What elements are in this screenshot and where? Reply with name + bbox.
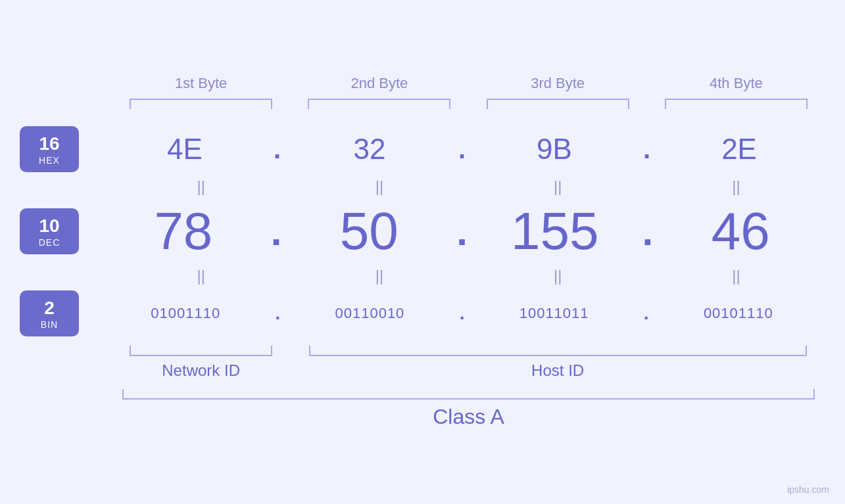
eq1-b3: || bbox=[469, 177, 647, 196]
eq2-b4: || bbox=[647, 267, 825, 285]
hex-dot3: . bbox=[640, 135, 653, 164]
eq1-b4: || bbox=[647, 177, 825, 196]
bracket-cell-4 bbox=[647, 99, 825, 109]
dec-base-num: 10 bbox=[39, 215, 59, 237]
bracket-cell-3 bbox=[469, 99, 647, 109]
eq1-b2: || bbox=[290, 177, 468, 196]
hex-dot1: . bbox=[271, 135, 283, 164]
hex-b1: 4E bbox=[99, 133, 271, 166]
hex-base-label: HEX bbox=[39, 155, 60, 166]
eq2-b3: || bbox=[469, 267, 647, 285]
top-brackets bbox=[20, 99, 825, 109]
byte2-header: 2nd Byte bbox=[290, 75, 468, 92]
network-bracket-wrap bbox=[112, 346, 290, 356]
bin-base-label: BIN bbox=[41, 319, 58, 330]
dec-b4: 46 bbox=[656, 201, 825, 262]
bin-base-num: 2 bbox=[44, 297, 55, 319]
hex-row: 16 HEX 4E . 32 . 9B . 2E bbox=[20, 126, 825, 172]
bin-dot2: . bbox=[457, 303, 468, 324]
byte-headers: 1st Byte 2nd Byte 3rd Byte 4th Byte bbox=[20, 75, 825, 92]
eq1-b1: || bbox=[112, 177, 290, 196]
dec-dot3: . bbox=[640, 209, 656, 254]
equals-row-1: || || || || bbox=[20, 177, 825, 196]
dec-dot1: . bbox=[268, 209, 285, 254]
hex-dot2: . bbox=[456, 135, 468, 164]
bracket-top-3 bbox=[487, 99, 629, 109]
hex-base-num: 16 bbox=[39, 133, 59, 155]
network-id-label: Network ID bbox=[112, 361, 290, 380]
bracket-top-4 bbox=[665, 99, 808, 109]
bracket-cell-2 bbox=[290, 99, 468, 109]
hex-values-row: 4E . 32 . 9B . 2E bbox=[99, 133, 825, 166]
dec-b1: 78 bbox=[99, 201, 268, 262]
dec-base-label: DEC bbox=[39, 237, 60, 248]
class-bracket bbox=[122, 389, 814, 400]
hex-badge: 16 HEX bbox=[20, 126, 79, 172]
bracket-top-2 bbox=[308, 99, 450, 109]
bin-dot3: . bbox=[641, 303, 652, 324]
class-label: Class A bbox=[112, 405, 825, 429]
equals-row-2: || || || || bbox=[20, 267, 825, 285]
bottom-brackets-row bbox=[112, 346, 825, 356]
hex-b3: 9B bbox=[468, 133, 640, 166]
dec-values-row: 78 . 50 . 155 . 46 bbox=[99, 201, 825, 262]
bin-values-row: 01001110 . 00110010 . 10011011 . 0010111… bbox=[99, 303, 825, 324]
network-bracket bbox=[130, 346, 272, 356]
eq2-b1: || bbox=[112, 267, 290, 285]
dec-dot2: . bbox=[454, 209, 470, 254]
host-bracket-wrap bbox=[290, 346, 825, 356]
labels-row: Network ID Host ID bbox=[112, 361, 825, 380]
dec-b3: 155 bbox=[470, 201, 640, 262]
bottom-section: Network ID Host ID bbox=[20, 346, 825, 380]
bin-dot1: . bbox=[272, 303, 283, 324]
eq2-b2: || bbox=[290, 267, 468, 285]
dec-row: 10 DEC 78 . 50 . 155 . 46 bbox=[20, 201, 825, 262]
bin-b2: 00110010 bbox=[283, 305, 456, 322]
dec-b2: 50 bbox=[284, 201, 454, 262]
class-section: Class A bbox=[20, 389, 825, 429]
hex-b2: 32 bbox=[283, 133, 456, 166]
hex-b4: 2E bbox=[653, 133, 825, 166]
class-bracket-wrap bbox=[112, 389, 825, 400]
host-bracket bbox=[309, 346, 807, 356]
bin-b4: 00101110 bbox=[652, 305, 825, 322]
byte1-header: 1st Byte bbox=[112, 75, 290, 92]
bracket-cell-1 bbox=[112, 99, 290, 109]
bin-b1: 01001110 bbox=[99, 305, 272, 322]
bin-b3: 10011011 bbox=[467, 305, 640, 322]
bracket-top-1 bbox=[130, 99, 272, 109]
watermark: ipshu.com bbox=[787, 484, 829, 495]
main-container: 1st Byte 2nd Byte 3rd Byte 4th Byte 16 H… bbox=[0, 0, 845, 504]
bin-row: 2 BIN 01001110 . 00110010 . 10011011 . 0… bbox=[20, 290, 825, 336]
byte4-header: 4th Byte bbox=[647, 75, 825, 92]
dec-badge: 10 DEC bbox=[20, 208, 79, 254]
byte3-header: 3rd Byte bbox=[469, 75, 647, 92]
host-id-label: Host ID bbox=[290, 361, 825, 380]
bin-badge: 2 BIN bbox=[20, 290, 79, 336]
